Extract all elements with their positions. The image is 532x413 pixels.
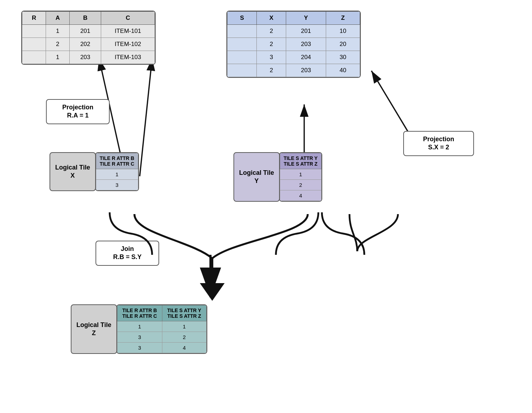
s-x2: 2 — [257, 38, 286, 51]
tile-x-data: TILE R ATTR B TILE R ATTR C 1 3 — [95, 152, 139, 191]
tile-z-row3: 3 4 — [117, 343, 206, 353]
s-z2: 20 — [326, 38, 360, 51]
r-b3: 203 — [70, 51, 101, 64]
table-s: S X Y Z 2 201 10 2 203 20 — [226, 11, 361, 78]
projection-ra-line2: R.A = 1 — [52, 111, 103, 120]
r-b1: 201 — [70, 25, 101, 38]
tile-y-row3: 4 — [280, 190, 321, 201]
tile-z-row2: 3 2 — [117, 332, 206, 343]
logical-tile-y: Logical Tile Y TILE S ATTR Y TILE S ATTR… — [233, 152, 322, 202]
tile-z-row1: 1 1 — [117, 321, 206, 332]
projection-sx-line2: S.X = 2 — [410, 143, 468, 151]
projection-sx-box: Projection S.X = 2 — [403, 131, 474, 156]
table-r-header-b: B — [70, 12, 101, 25]
tile-y-header: TILE S ATTR Y TILE S ATTR Z — [280, 153, 321, 169]
logical-tile-x: Logical Tile X TILE R ATTR B TILE R ATTR… — [50, 152, 139, 191]
projection-ra-box: Projection R.A = 1 — [46, 99, 110, 124]
join-box: Join R.B = S.Y — [96, 241, 159, 266]
table-row: 1 201 ITEM-101 — [22, 25, 155, 38]
tile-z-data: TILE R ATTR B TILE R ATTR C TILE S ATTR … — [116, 304, 207, 354]
tile-z-header-col1: TILE R ATTR B TILE R ATTR C — [117, 305, 162, 321]
projection-ra-line1: Projection — [52, 103, 103, 111]
table-r-header-c: C — [101, 12, 155, 25]
tile-x-row1: 1 — [96, 169, 138, 180]
table-r-header-a: A — [46, 12, 70, 25]
table-row: 2 203 40 — [227, 64, 360, 77]
s-x4: 2 — [257, 64, 286, 77]
r-a1: 1 — [46, 25, 70, 38]
tile-y-val3: 4 — [280, 190, 321, 201]
r-b2: 202 — [70, 38, 101, 51]
svg-line-2 — [140, 58, 152, 176]
s-y3: 204 — [286, 51, 326, 64]
tile-y-label-line2: Y — [239, 177, 274, 185]
tile-z-r3c2: 4 — [162, 343, 206, 353]
tile-z-header-col2: TILE S ATTR Y TILE S ATTR Z — [162, 305, 206, 321]
tile-x-label-line2: X — [55, 172, 90, 180]
diagram-container: R A B C 1 201 ITEM-101 2 202 ITEM-102 — [0, 0, 532, 413]
s-y4: 203 — [286, 64, 326, 77]
table-row: 2 202 ITEM-102 — [22, 38, 155, 51]
tile-y-label: Logical Tile Y — [233, 152, 280, 202]
table-r: R A B C 1 201 ITEM-101 2 202 ITEM-102 — [21, 11, 156, 65]
tile-x-label-line1: Logical Tile — [55, 164, 90, 172]
tile-y-label-line1: Logical Tile — [239, 169, 274, 177]
tile-y-row1: 1 — [280, 169, 321, 180]
r-c2: ITEM-102 — [101, 38, 155, 51]
tile-z-r2c2: 2 — [162, 332, 206, 343]
tile-x-label: Logical Tile X — [50, 152, 96, 191]
s-x3: 3 — [257, 51, 286, 64]
s-x1: 2 — [257, 25, 286, 38]
join-line2: R.B = S.Y — [102, 253, 153, 261]
r-c3: ITEM-103 — [101, 51, 155, 64]
logical-tile-z: Logical Tile Z TILE R ATTR B TILE R ATTR… — [71, 304, 207, 354]
tile-x-val1: 1 — [96, 169, 138, 180]
tile-y-val1: 1 — [280, 169, 321, 180]
tile-z-r1c1: 1 — [117, 321, 162, 332]
tile-y-data: TILE S ATTR Y TILE S ATTR Z 1 2 4 — [279, 152, 322, 202]
table-s-label: S — [227, 12, 257, 25]
svg-marker-8 — [200, 283, 225, 301]
table-row: 2 203 20 — [227, 38, 360, 51]
tile-z-label: Logical Tile Z — [71, 304, 117, 354]
tile-z-label-line1: Logical Tile — [76, 321, 111, 329]
s-z4: 40 — [326, 64, 360, 77]
s-y1: 201 — [286, 25, 326, 38]
table-r-label: R — [22, 12, 46, 25]
s-z1: 10 — [326, 25, 360, 38]
projection-sx-line1: Projection — [410, 135, 468, 143]
r-c1: ITEM-101 — [101, 25, 155, 38]
table-row: 1 203 ITEM-103 — [22, 51, 155, 64]
tile-y-val2: 2 — [280, 180, 321, 190]
table-s-header-z: Z — [326, 12, 360, 25]
table-row: 2 201 10 — [227, 25, 360, 38]
table-s-header-y: Y — [286, 12, 326, 25]
tile-z-r3c1: 3 — [117, 343, 162, 353]
s-z3: 30 — [326, 51, 360, 64]
table-row: 3 204 30 — [227, 51, 360, 64]
tile-x-val2: 3 — [96, 180, 138, 190]
r-a2: 2 — [46, 38, 70, 51]
s-y2: 203 — [286, 38, 326, 51]
tile-x-header: TILE R ATTR B TILE R ATTR C — [96, 153, 138, 169]
join-line1: Join — [102, 245, 153, 253]
tile-z-r2c1: 3 — [117, 332, 162, 343]
tile-y-row2: 2 — [280, 180, 321, 190]
table-s-header-x: X — [257, 12, 286, 25]
tile-z-label-line2: Z — [76, 329, 111, 337]
tile-z-r1c2: 1 — [162, 321, 206, 332]
r-a3: 1 — [46, 51, 70, 64]
tile-x-row2: 3 — [96, 180, 138, 190]
